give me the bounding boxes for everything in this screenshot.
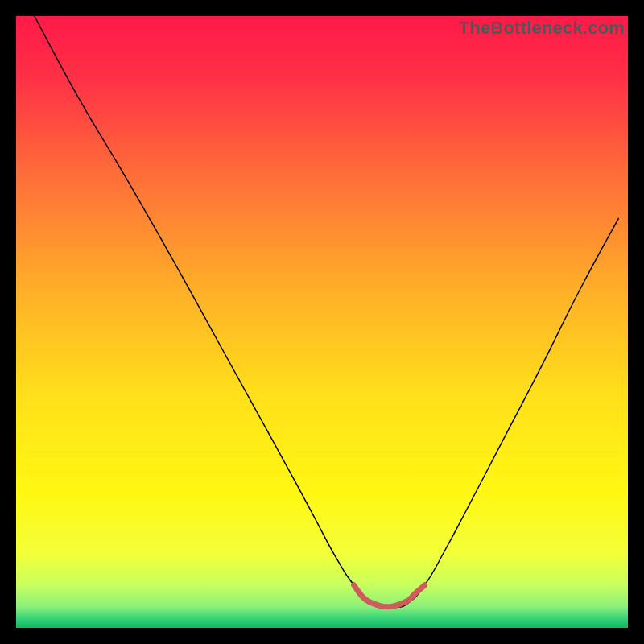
bottleneck-curve xyxy=(35,16,619,608)
watermark-text: TheBottleneck.com xyxy=(459,18,625,39)
zero-band-marker xyxy=(354,585,425,607)
plot-area xyxy=(16,16,628,628)
chart-frame: TheBottleneck.com xyxy=(0,0,644,644)
curve-layer xyxy=(16,16,628,628)
